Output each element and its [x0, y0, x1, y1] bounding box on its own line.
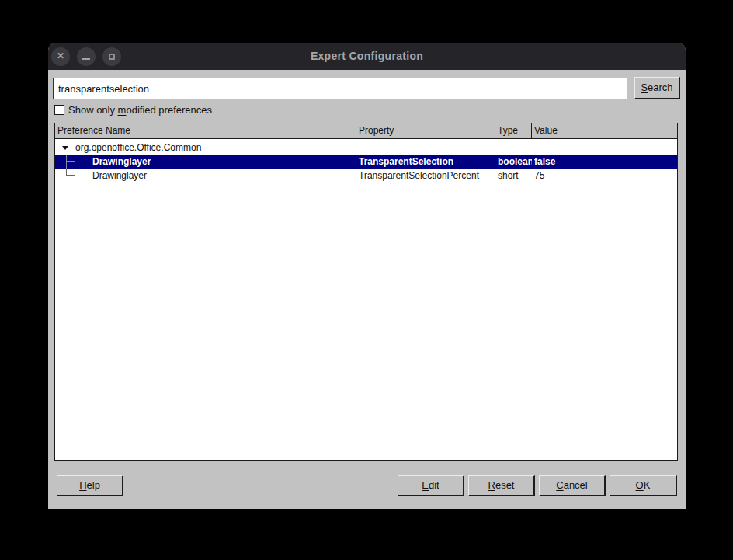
search-button[interactable]: Search: [634, 77, 680, 99]
show-modified-checkbox[interactable]: [54, 105, 64, 115]
column-header-type[interactable]: Type: [495, 123, 532, 138]
column-header-property[interactable]: Property: [356, 123, 495, 138]
titlebar: ✕ Expert Configuration: [48, 43, 686, 70]
table-row[interactable]: Drawinglayer TransparentSelectionPercent…: [55, 169, 677, 183]
show-modified-checkbox-label: Show only modified preferences: [68, 104, 212, 116]
help-button[interactable]: Help: [57, 475, 123, 496]
column-header-value[interactable]: Value: [532, 123, 677, 138]
cell-type: boolean: [498, 155, 532, 169]
tree-root-row[interactable]: org.openoffice.Office.Common: [55, 141, 677, 155]
cell-value: false: [534, 155, 674, 169]
table-body: org.openoffice.Office.Common Drawinglaye…: [55, 141, 677, 183]
cell-preference-name: Drawinglayer: [92, 169, 147, 183]
reset-button[interactable]: Reset: [468, 475, 535, 496]
column-header-preference-name[interactable]: Preference Name: [55, 123, 356, 138]
tree-root-label: org.openoffice.Office.Common: [75, 141, 201, 155]
cell-type: short: [498, 169, 532, 183]
edit-button[interactable]: Edit: [398, 475, 464, 496]
preferences-table: Preference Name Property Type Value org.…: [54, 123, 678, 461]
ok-button[interactable]: OK: [610, 475, 677, 496]
search-input[interactable]: [53, 78, 627, 99]
cell-property: TransparentSelection: [359, 155, 495, 169]
window-title: Expert Configuration: [48, 43, 686, 70]
table-header: Preference Name Property Type Value: [55, 123, 677, 139]
cell-property: TransparentSelectionPercent: [359, 169, 495, 183]
collapse-arrow-icon[interactable]: [62, 146, 68, 150]
cell-preference-name: Drawinglayer: [92, 155, 151, 169]
tree-branch-end-icon: [66, 169, 75, 176]
tree-branch-icon: [66, 155, 75, 162]
expert-configuration-dialog: ✕ Expert Configuration Search Show only …: [48, 43, 686, 509]
cell-value: 75: [534, 169, 674, 183]
cancel-button[interactable]: Cancel: [539, 475, 606, 496]
table-row[interactable]: Drawinglayer TransparentSelection boolea…: [55, 155, 677, 169]
